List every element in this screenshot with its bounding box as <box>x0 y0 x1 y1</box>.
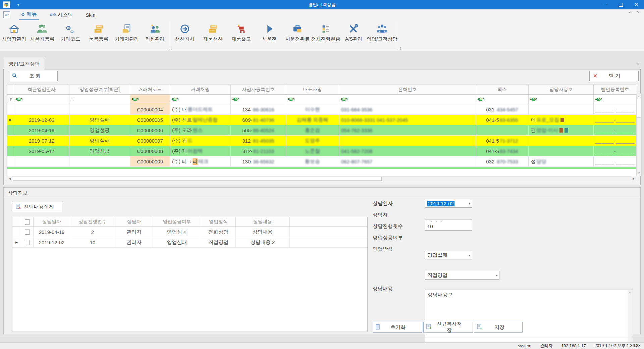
cell-사업자등록번호[interactable]: 312-81-45035 <box>231 136 286 146</box>
cell-거래처명[interactable]: (주) 케어컴텍 <box>170 146 231 156</box>
consult-cell-상담일자[interactable]: 2019-04-19 <box>34 227 70 237</box>
filter-cell-사업자등록번호[interactable]: ABC <box>231 95 286 104</box>
field-상담일자[interactable]: 2019-12-02▾ <box>425 199 472 208</box>
chevron-down-icon[interactable]: ▾ <box>469 254 470 257</box>
cell-거래처명[interactable]: (주) 위드 <box>170 136 231 146</box>
filter-cell-법인등록번호[interactable]: ABC <box>594 95 636 104</box>
cell-영업성공여부[최근][interactable]: 영업실패 <box>69 136 130 146</box>
tab-menu[interactable]: ⚙ 메뉴 <box>19 9 39 20</box>
cell-사업자등록번호[interactable]: 505-86-40524 <box>231 125 286 135</box>
column-header-팩스[interactable]: 팩스 <box>476 85 529 94</box>
consult-column-header-상담일자[interactable]: 상담일자 <box>34 217 70 227</box>
close-tab-button[interactable]: ✕ 닫 기 <box>589 71 639 81</box>
row-checkbox[interactable] <box>25 230 30 235</box>
cell-대표자명[interactable]: 홍순검 <box>286 125 339 135</box>
cell-사업자등록번호[interactable]: 609-81-40736 <box>231 115 286 125</box>
cell-거래처코드[interactable]: C00000007 <box>130 136 170 146</box>
filter-funnel-icon[interactable] <box>7 95 14 104</box>
textarea-scrollbar[interactable]: ▲ ▼ <box>628 290 632 349</box>
cell-팩스[interactable]: 032-870-7533 <box>476 156 529 166</box>
cell-최근영업일자[interactable]: 2019-07-12 <box>14 136 69 146</box>
field-영업성공여부[interactable]: 영업실패▾ <box>425 251 472 259</box>
chevron-down-icon[interactable]: ▾ <box>469 202 470 205</box>
ribbon-item-시운전[interactable]: 시운전 <box>255 21 283 49</box>
ribbon-item-품목등록[interactable]: 품목등록 <box>85 21 113 49</box>
table-row[interactable]: ▶2019-12-02영업실패C00000005(주) 센트럴메난종합609-8… <box>7 115 636 125</box>
cell-대표자명[interactable]: 도영주 <box>286 136 339 146</box>
cell-담당자정보[interactable]: 정담당 <box>529 156 594 166</box>
collapse-ribbon-icon[interactable] <box>628 11 632 14</box>
filter-cell-전화번호[interactable]: ABC <box>339 95 476 104</box>
cell-법인등록번호[interactable]: ______-______ <box>594 104 636 114</box>
consult-cell-상담진행횟수[interactable]: 10 <box>70 237 115 247</box>
column-header-거래처코드[interactable]: 거래처코드 <box>130 85 170 94</box>
cell-영업성공여부[최근][interactable]: 영업실패 <box>69 115 130 125</box>
content-textarea[interactable]: 상담내용 2 ▲ ▼ <box>425 290 633 349</box>
tabstrip-close-icon[interactable]: × <box>637 61 639 66</box>
cell-전화번호[interactable]: 010-8066-3331 041-537-2045 <box>339 115 476 125</box>
ribbon-item-생산지시[interactable]: 생산지시 <box>171 21 199 49</box>
table-row[interactable]: 2019-05-17영업성공C00000008(주) 케어컴텍312-81-21… <box>7 146 636 156</box>
scroll-right-icon[interactable]: ▶ <box>631 176 636 181</box>
ribbon-item-직원관리[interactable]: 직원관리 <box>141 21 169 49</box>
field-영업방식[interactable]: 직접영업▾ <box>425 271 499 280</box>
table-row[interactable]: 2019-04-19영업성공C00000006(주) 오라텐스505-86-40… <box>7 125 636 136</box>
scroll-left-icon[interactable]: ◀ <box>7 176 12 181</box>
cell-사업자등록번호[interactable]: 134-86-30616 <box>231 104 286 114</box>
ribbon-item-거래처관리[interactable]: 거래처관리 <box>113 21 141 49</box>
consult-column-header-상담자[interactable]: 상담자 <box>115 217 153 227</box>
cell-사업자등록번호[interactable]: 130-36-65632 <box>231 156 286 166</box>
cell-영업성공여부[최근][interactable] <box>69 156 130 166</box>
consult-cell-영업성공여부[interactable]: 영업실패 <box>153 237 201 247</box>
consult-cell-상담내용[interactable]: 상담내용 <box>236 227 290 237</box>
column-header-최근영업일자[interactable]: 최근영업일자 <box>14 85 69 94</box>
cell-법인등록번호[interactable]: ______-______ <box>594 125 636 135</box>
cell-팩스[interactable]: 031-434-5457 <box>476 104 529 114</box>
scroll-up-icon[interactable]: ▲ <box>637 94 641 99</box>
cell-팩스[interactable]: 041-583-6355 <box>476 115 529 125</box>
consult-cell-영업방식[interactable]: 직접영업 <box>201 237 236 247</box>
cell-거래처코드[interactable]: C00000008 <box>130 146 170 156</box>
tab-skin[interactable]: Skin <box>84 10 97 20</box>
file-menu-icon[interactable]: ▤▾ <box>3 11 10 18</box>
consult-column-header-영업성공여부[interactable]: 영업성공여부 <box>153 217 201 227</box>
vertical-scrollbar[interactable]: ▲ ▼ <box>636 94 642 176</box>
cell-거래처코드[interactable]: C00000004 <box>130 104 170 114</box>
filter-cell-거래처코드[interactable]: ABC <box>130 95 170 104</box>
cell-팩스[interactable]: 041-583-7434 <box>476 146 529 156</box>
cell-거래처명[interactable]: (주) 대륭더드제트 <box>170 104 231 114</box>
cell-거래처코드[interactable]: C00000009 <box>130 156 170 166</box>
cell-법인등록번호[interactable]: ______-______ <box>594 146 636 156</box>
cell-전화번호[interactable]: 041-582-7208 <box>339 146 476 156</box>
consult-column-header-상담내용[interactable]: 상담내용 <box>236 217 290 227</box>
filter-cell-대표자명[interactable]: ABC <box>286 95 339 104</box>
cell-법인등록번호[interactable]: ______-______ <box>594 115 636 125</box>
cell-영업성공여부[최근][interactable]: 영업성공 <box>69 125 130 135</box>
cell-영업성공여부[최근][interactable]: 영업성공 <box>69 146 130 156</box>
consult-column-header-영업방식[interactable]: 영업방식 <box>201 217 236 227</box>
cell-전화번호[interactable]: 054-762-3336 <box>339 125 476 135</box>
cell-대표자명[interactable]: 김해룡 외종혜 <box>286 115 339 125</box>
consult-table-row[interactable]: ▶2019-12-0210관리자영업실패직접영업상담내용 2 <box>12 237 367 248</box>
cell-최근영업일자[interactable] <box>14 156 69 166</box>
column-header-법인등록번호[interactable]: 법인등록번호 <box>594 85 636 94</box>
ribbon-item-시운전완료[interactable]: 시운전완료 <box>283 21 312 49</box>
horizontal-scrollbar[interactable]: ◀ ▶ <box>7 176 636 181</box>
ribbon-close-icon[interactable]: × <box>637 11 639 14</box>
cell-담당자정보[interactable] <box>529 136 594 146</box>
group-dialog-launcher-icon[interactable] <box>168 47 171 50</box>
cell-최근영업일자[interactable]: 2019-12-02 <box>14 115 69 125</box>
filter-cell-담당자정보[interactable]: ABC <box>529 95 594 104</box>
table-row[interactable]: C00000009(주) 티그리테크130-36-65632황보승062-807… <box>7 156 636 167</box>
consult-cell-상담자[interactable]: 관리자 <box>115 227 153 237</box>
cell-거래처명[interactable]: (주) 티그리테크 <box>170 156 231 166</box>
consult-table-row[interactable]: 2019-04-192관리자영업성공전화상담상담내용 <box>12 227 367 237</box>
column-header-영업성공여부[최근][interactable]: 영업성공여부[최근] <box>69 85 130 94</box>
cell-최근영업일자[interactable] <box>14 104 69 114</box>
maximize-button[interactable] <box>613 0 629 9</box>
cell-대표자명[interactable]: 황보승 <box>286 156 339 166</box>
consult-cell-상담진행횟수[interactable]: 2 <box>70 227 115 237</box>
cell-전화번호[interactable]: 062-807-7657 <box>339 156 476 166</box>
filter-cell-팩스[interactable]: ABC <box>476 95 529 104</box>
cell-대표자명[interactable]: 이수현 <box>286 104 339 114</box>
